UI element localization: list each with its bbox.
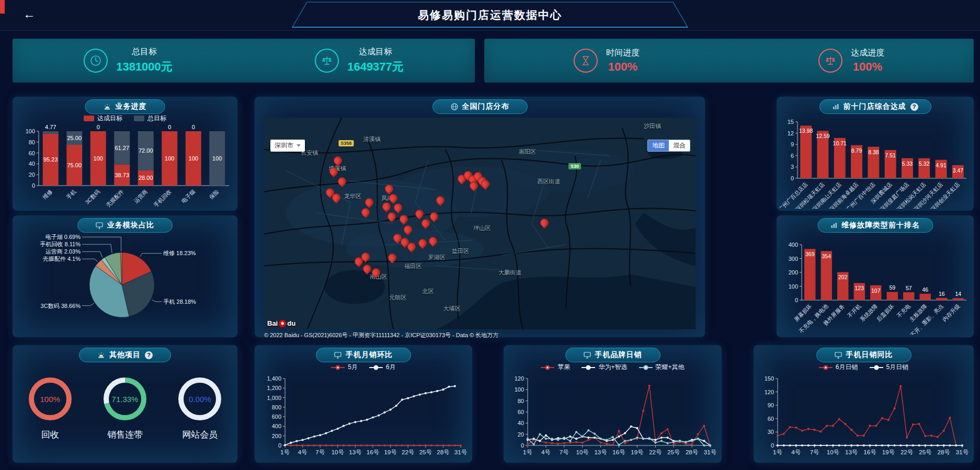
svg-text:5.33: 5.33 — [902, 161, 913, 167]
baidu-paw-icon: ✱ — [279, 320, 286, 327]
help-icon[interactable]: ? — [910, 103, 918, 111]
panel-top-stores: 前十门店综合达成 ? 0369121513.98广州广百总店店12.59深圳松瑞… — [777, 97, 974, 211]
scale-icon — [818, 49, 842, 73]
gauge-label: 网站会员 — [182, 429, 218, 441]
legend-item[interactable]: 荣耀+其他 — [639, 363, 685, 372]
svg-text:369: 369 — [805, 251, 815, 257]
legend-item[interactable]: 5月 — [331, 363, 358, 372]
legend-line-marker — [331, 365, 345, 370]
legend-label: 华为+智选 — [598, 363, 627, 372]
hybrid-mode-button[interactable]: 混合 — [669, 140, 690, 151]
legend-label: 5月日销 — [886, 363, 909, 372]
brand-daily-chart[interactable]: 0204060801001201号4号7号10号13号16号19号22号25号2… — [507, 372, 719, 459]
business-progress-chart[interactable]: 02040608010095.234.77维修75.0025.00手机10003… — [17, 123, 233, 209]
legend-swatch — [134, 116, 144, 121]
fault-ranking-chart[interactable]: 0100200300400369屏幕损坏354不充电，换电池202换外屏服务12… — [780, 236, 971, 335]
siren-icon — [104, 104, 111, 110]
svg-text:0: 0 — [521, 442, 524, 449]
panel-other-projects: 其他项目 ? 100% 回收 71.33% 销售连带 0.00% 网站会员 — [13, 345, 237, 463]
legend-line-marker — [582, 365, 595, 370]
panel-title: 业务进度 — [116, 102, 147, 111]
month-sales-chart[interactable]: 02004006008001,0001,2001,4001号4号7号10号13号… — [258, 372, 469, 459]
svg-text:100: 100 — [26, 128, 35, 134]
svg-text:100: 100 — [189, 155, 198, 162]
legend-item[interactable]: 达成目标 — [84, 114, 122, 123]
map-mode-button[interactable]: 地图 — [648, 140, 669, 151]
svg-text:13号: 13号 — [594, 449, 607, 455]
svg-text:60: 60 — [29, 150, 35, 156]
map-place-label: 惠阳区 — [519, 147, 536, 155]
kpi-label: 达成目标 — [359, 47, 392, 58]
gauge-site-members: 0.00% 网站会员 — [178, 377, 221, 441]
gauge-icon — [84, 49, 108, 73]
svg-text:4号: 4号 — [298, 449, 307, 455]
legend-swatch — [84, 116, 94, 121]
kpi-achieved-target: 达成目标 1649377元 — [315, 47, 404, 75]
kpi-label: 时间进度 — [606, 48, 640, 59]
legend-item[interactable]: 总目标 — [134, 114, 166, 123]
legend-item[interactable]: 5月日销 — [870, 363, 909, 372]
svg-text:内存升级: 内存升级 — [941, 303, 961, 323]
bar-chart-icon — [833, 104, 839, 110]
legend-item[interactable]: 6月日销 — [819, 363, 858, 372]
linked-sales-ring[interactable]: 71.33% — [104, 377, 146, 420]
brand-daily-legend: 苹果华为+智选荣耀+其他 — [504, 363, 722, 372]
legend-item[interactable]: 苹果 — [541, 363, 570, 372]
panel-title: 前十门店综合达成 — [844, 102, 906, 111]
panel-title-pill: 维修故障类型前十排名 — [817, 218, 933, 233]
svg-text:16号: 16号 — [367, 449, 380, 455]
legend-label: 总目标 — [147, 114, 166, 123]
svg-text:120: 120 — [765, 389, 774, 395]
kpi-value: 1381000元 — [116, 59, 173, 75]
svg-text:31号: 31号 — [704, 449, 717, 455]
svg-text:800: 800 — [272, 404, 281, 410]
gauge-value: 100% — [29, 377, 72, 420]
daily-yoy-legend: 6月日销5月日销 — [754, 363, 974, 372]
panel-title-pill: 手机日销同比 — [816, 348, 911, 362]
page-title: 易修易购门店运营数据中心 — [291, 8, 689, 22]
baidu-map[interactable]: 长安镇塘厦镇清溪镇沙田镇惠阳区龙华区凤岗南山区福田区罗湖区盐田区坪山区大鹏街道元… — [264, 118, 696, 329]
globe-icon — [451, 103, 458, 110]
monitor-icon — [835, 352, 842, 359]
help-icon[interactable]: ? — [145, 351, 153, 359]
panel-title-pill: 手机月销环比 — [316, 348, 411, 362]
panel-brand-daily: 手机品牌日销 苹果华为+智选荣耀+其他 0204060801001201号4号7… — [504, 345, 722, 463]
panel-title: 业务模块占比 — [107, 221, 154, 230]
panel-store-map: 全国门店分布 — [255, 97, 705, 337]
site-members-ring[interactable]: 0.00% — [178, 377, 221, 420]
map-place-label: 大鹏街道 — [498, 268, 521, 276]
svg-text:28号: 28号 — [686, 449, 699, 455]
legend-label: 达成目标 — [97, 114, 122, 123]
panel-title: 手机月销环比 — [346, 350, 393, 360]
panel-title: 其他项目 — [109, 350, 141, 360]
top-stores-chart[interactable]: 0369121513.98广州广百总店店12.59深圳松瑞天虹店10.71深圳南… — [780, 113, 971, 209]
caret-down-icon — [297, 144, 301, 147]
recycle-ring[interactable]: 100% — [29, 377, 72, 420]
legend-item[interactable]: 6月 — [369, 363, 396, 372]
svg-text:600: 600 — [272, 414, 281, 420]
panel-title: 全国门店分布 — [462, 102, 509, 111]
legend-label: 苹果 — [557, 363, 570, 372]
svg-text:3C数码: 3C数码 — [84, 188, 101, 205]
city-dropdown[interactable]: 深圳市 — [270, 140, 305, 152]
legend-item[interactable]: 华为+智选 — [582, 363, 627, 372]
svg-text:手机回收 8.11%: 手机回收 8.11% — [40, 241, 81, 247]
map-place-label: 西区街道 — [538, 177, 561, 185]
svg-text:保险: 保险 — [208, 188, 220, 200]
panel-title: 手机品牌日销 — [595, 350, 642, 360]
svg-text:120: 120 — [515, 375, 524, 382]
kpi-time-progress: 时间进度 100% — [574, 48, 640, 74]
svg-text:59: 59 — [889, 284, 895, 291]
daily-yoy-chart[interactable]: 03060901201501号4号7号10号13号16号19号22号25号28号… — [757, 372, 971, 459]
business-progress-legend: 达成目标总目标 — [13, 114, 237, 123]
legend-line-marker — [870, 365, 883, 370]
module-share-pie[interactable]: 维修 18.23%手机 28.18%3C数码 38.66%壳膜配件 4.1%运营… — [13, 231, 237, 335]
svg-text:30: 30 — [768, 429, 774, 435]
svg-text:4.91: 4.91 — [936, 162, 947, 168]
svg-text:4号: 4号 — [541, 449, 551, 455]
gauge-recycle: 100% 回收 — [29, 377, 72, 441]
svg-text:1号: 1号 — [523, 449, 532, 455]
svg-text:后盖损坏: 后盖损坏 — [875, 303, 895, 323]
back-button[interactable]: ← — [20, 6, 39, 22]
siren-icon — [97, 352, 105, 359]
